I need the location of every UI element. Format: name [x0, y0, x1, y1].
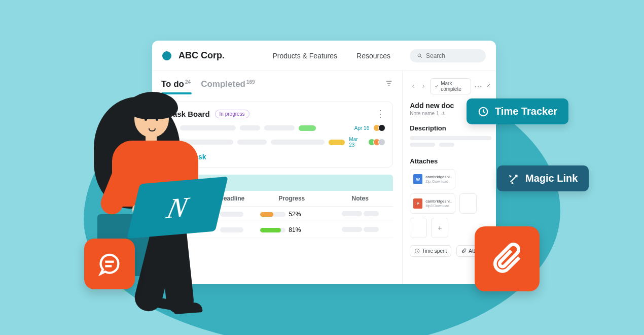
task-date: Mar 23: [349, 137, 364, 148]
task-stub: [240, 125, 260, 130]
file-icon: P: [413, 198, 422, 209]
progress-cell: 52%: [260, 211, 323, 218]
progress-cell: 81%: [260, 226, 323, 233]
laptop-shape: N: [127, 177, 228, 239]
description-heading: Description: [410, 124, 491, 132]
detail-close-button[interactable]: [485, 82, 491, 91]
task-avatars: [368, 139, 385, 146]
svg-point-0: [418, 54, 421, 57]
desc-stub: [410, 136, 491, 140]
search-input[interactable]: Search: [410, 49, 486, 62]
attachment-tile[interactable]: [475, 226, 540, 291]
magic-wand-icon: [508, 173, 519, 184]
task-stub: [264, 125, 295, 130]
note-stub: [364, 227, 379, 232]
note-stub: [342, 211, 362, 216]
attachment-meta: cambridgeshi..Zip, Download: [425, 175, 452, 184]
desc-stub: [410, 143, 435, 147]
attachment-empty: [410, 218, 427, 238]
col-notes: Notes: [327, 191, 393, 207]
nav-products[interactable]: Products & Features: [272, 52, 337, 60]
file-icon: W: [413, 174, 422, 184]
search-placeholder: Search: [426, 52, 445, 59]
desc-stub: [439, 143, 454, 147]
magic-link-label: Magic Link: [525, 173, 578, 184]
time-spent-button[interactable]: Time spent: [410, 245, 451, 257]
brand-name: ABC Corp.: [178, 50, 225, 61]
clock-icon: [478, 106, 489, 117]
taskboard-menu[interactable]: ⋮: [376, 108, 385, 119]
tab-completed-count: 169: [246, 79, 255, 85]
paperclip-icon: [491, 243, 523, 275]
chat-icon: [96, 251, 123, 277]
time-tracker-chip[interactable]: Time Tracker: [467, 98, 568, 124]
attaches-heading: Attaches: [410, 157, 491, 165]
note-stub: [342, 227, 362, 232]
nav-resources[interactable]: Resources: [356, 52, 390, 60]
note-stub: [364, 211, 379, 216]
detail-more-button[interactable]: ⋯: [474, 82, 482, 91]
attachment-item[interactable]: Pcambridgeshi..Mp3 Download: [410, 193, 455, 214]
task-stub: [237, 140, 267, 145]
svg-line-1: [421, 56, 422, 58]
attachment-add-button[interactable]: +: [431, 218, 448, 238]
filter-icon: [385, 79, 393, 87]
task-stub: [271, 140, 325, 145]
chat-tile[interactable]: [84, 239, 135, 289]
time-tracker-label: Time Tracker: [495, 106, 557, 117]
task-date: Apr 16: [354, 125, 369, 131]
time-spent-label: Time spent: [422, 248, 447, 254]
task-avatars: [373, 124, 385, 131]
mark-complete-button[interactable]: Mark complete: [430, 78, 471, 94]
attachment-empty: [459, 193, 477, 214]
col-progress: Progress: [256, 191, 327, 207]
share-icon: [441, 111, 446, 116]
mark-complete-label: Mark complete: [441, 81, 467, 92]
filter-button[interactable]: [385, 79, 393, 89]
attachment-item[interactable]: Wcambridgeshi..Zip, Download: [410, 169, 455, 189]
prev-button[interactable]: [410, 82, 417, 91]
check-icon: [435, 84, 439, 89]
topbar: ABC Corp. Products & Features Resources …: [152, 41, 496, 71]
paperclip-icon: [461, 248, 467, 254]
next-button[interactable]: [420, 82, 427, 91]
search-icon: [417, 53, 423, 59]
close-icon: [485, 83, 491, 89]
brand-logo: [162, 51, 171, 60]
task-tag: [329, 140, 345, 145]
attachment-meta: cambridgeshi..Mp3 Download: [425, 199, 452, 208]
task-tag: [299, 125, 316, 131]
clock-icon: [414, 248, 420, 254]
magic-link-chip[interactable]: Magic Link: [497, 165, 589, 191]
